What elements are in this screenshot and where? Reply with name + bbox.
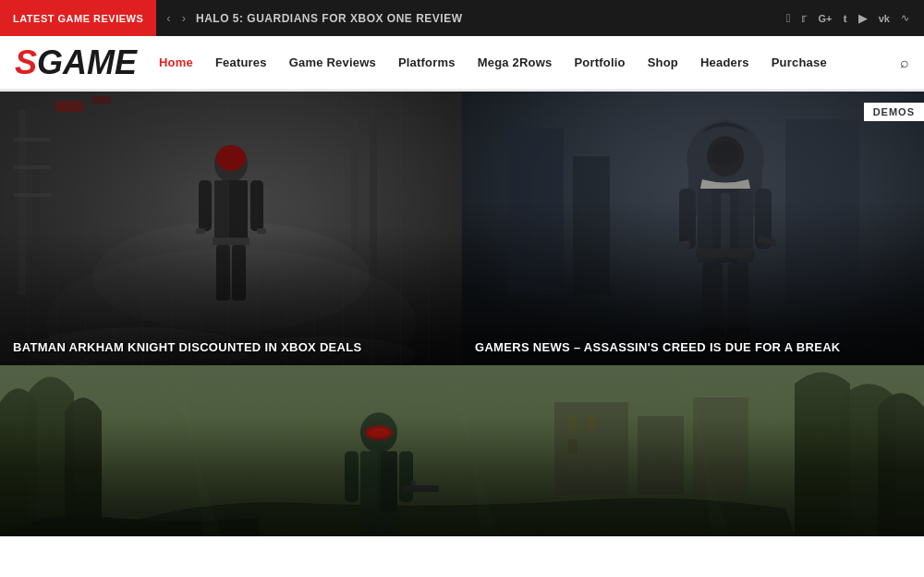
svg-rect-7 (370, 119, 377, 286)
search-icon[interactable]: ⌕ (900, 55, 909, 71)
card-forest-title (0, 516, 924, 536)
svg-rect-57 (360, 451, 377, 511)
top-bar: LATEST GAME REVIEWS ‹ › HALO 5: GUARDIAN… (0, 0, 924, 36)
svg-rect-38 (755, 189, 772, 249)
svg-point-55 (368, 428, 390, 437)
ticker-arrows: ‹ › (156, 9, 196, 27)
nav-item-shop[interactable]: Shop (648, 55, 678, 69)
svg-rect-9 (92, 96, 111, 104)
svg-rect-45 (462, 92, 924, 365)
card-batman-title: BATMAN ARKHAM KNIGHT DISCOUNTED IN XBOX … (0, 331, 462, 365)
svg-rect-17 (213, 238, 249, 245)
ticker-text: HALO 5: GUARDIANS FOR XBOX ONE REVIEW (196, 12, 786, 25)
svg-point-54 (365, 425, 393, 440)
facebook-icon[interactable]:  (786, 11, 791, 25)
svg-rect-18 (216, 245, 230, 301)
svg-rect-20 (199, 180, 212, 231)
svg-rect-30 (785, 119, 859, 304)
nav-item-mega2rows[interactable]: Mega 2Rows (478, 55, 553, 69)
svg-point-31 (707, 136, 744, 177)
svg-rect-62 (411, 481, 416, 485)
svg-rect-37 (676, 240, 690, 250)
card-batman[interactable]: BATMAN ARKHAM KNIGHT DISCOUNTED IN XBOX … (0, 92, 462, 365)
nav-item-home[interactable]: Home (159, 55, 193, 69)
googleplus-icon[interactable]: G+ (818, 13, 832, 24)
svg-rect-22 (196, 228, 205, 234)
nav-item-portfolio[interactable]: Portfolio (574, 55, 625, 69)
svg-rect-33 (698, 189, 753, 263)
nav-item-game-reviews[interactable]: Game Reviews (289, 55, 376, 69)
svg-rect-5 (14, 193, 51, 197)
svg-rect-19 (232, 245, 246, 301)
svg-rect-65 (0, 365, 924, 536)
nav-item-purchase[interactable]: Purchase (772, 55, 827, 69)
logo-game: GAME (37, 46, 137, 80)
svg-rect-48 (638, 416, 684, 495)
rss-icon[interactable]: ∿ (901, 12, 909, 24)
vk-icon[interactable]: vk (879, 13, 890, 24)
svg-rect-51 (587, 416, 596, 430)
svg-rect-3 (14, 138, 51, 141)
svg-rect-39 (758, 236, 777, 247)
svg-rect-40 (702, 263, 723, 337)
svg-point-11 (92, 221, 370, 332)
demos-badge[interactable]: DEMOS (864, 103, 924, 121)
ticker-prev-arrow[interactable]: ‹ (164, 9, 173, 27)
svg-rect-59 (345, 451, 359, 502)
twitter-icon[interactable]: 𝕣 (801, 11, 807, 25)
card-assassin[interactable]: DEMOS GAMERS NEWS – ASSASSIN'S CREED IS … (462, 92, 924, 365)
svg-rect-34 (721, 193, 730, 258)
svg-rect-41 (728, 263, 748, 337)
nav-item-platforms[interactable]: Platforms (398, 55, 456, 69)
svg-rect-1 (18, 110, 26, 295)
svg-rect-36 (679, 189, 696, 249)
svg-rect-15 (214, 180, 229, 245)
svg-rect-8 (55, 101, 83, 112)
svg-rect-16 (229, 180, 248, 245)
svg-rect-21 (250, 180, 263, 231)
svg-rect-2 (32, 110, 40, 295)
main-nav: Home Features Game Reviews Platforms Meg… (159, 55, 900, 69)
svg-rect-50 (568, 416, 578, 430)
svg-rect-27 (462, 92, 924, 365)
svg-rect-35 (696, 249, 755, 258)
svg-rect-60 (399, 451, 413, 502)
svg-point-53 (360, 412, 397, 453)
svg-rect-46 (0, 365, 924, 536)
svg-rect-47 (554, 402, 628, 495)
main-grid: BATMAN ARKHAM KNIGHT DISCOUNTED IN XBOX … (0, 92, 924, 536)
svg-rect-0 (0, 92, 462, 365)
svg-rect-28 (508, 129, 564, 295)
logo[interactable]: S GAME (15, 46, 137, 80)
nav-item-features[interactable]: Features (215, 55, 267, 69)
tumblr-icon[interactable]: t (843, 11, 846, 26)
svg-rect-29 (573, 156, 610, 295)
ticker-next-arrow[interactable]: › (179, 9, 188, 27)
svg-rect-52 (568, 439, 578, 453)
youtube-icon[interactable]: ▶ (858, 11, 868, 25)
svg-rect-4 (14, 166, 51, 169)
top-social:  𝕣 G+ t ▶ vk ∿ (786, 11, 924, 26)
svg-rect-23 (257, 228, 266, 234)
svg-rect-56 (360, 451, 397, 511)
svg-rect-61 (402, 485, 439, 492)
svg-point-32 (711, 141, 739, 167)
header: S GAME Home Features Game Reviews Platfo… (0, 36, 924, 92)
svg-rect-6 (351, 119, 359, 286)
card-forest[interactable] (0, 365, 924, 536)
svg-point-12 (214, 145, 248, 182)
logo-s: S (15, 46, 37, 80)
nav-item-headers[interactable]: Headers (700, 55, 749, 69)
svg-rect-58 (381, 451, 397, 511)
svg-rect-49 (693, 398, 748, 495)
card-assassin-title: GAMERS NEWS – ASSASSIN'S CREED IS DUE FO… (462, 331, 924, 365)
svg-point-13 (216, 145, 246, 171)
svg-rect-14 (214, 180, 248, 245)
latest-reviews-badge[interactable]: LATEST GAME REVIEWS (0, 0, 156, 36)
svg-rect-26 (0, 92, 462, 365)
